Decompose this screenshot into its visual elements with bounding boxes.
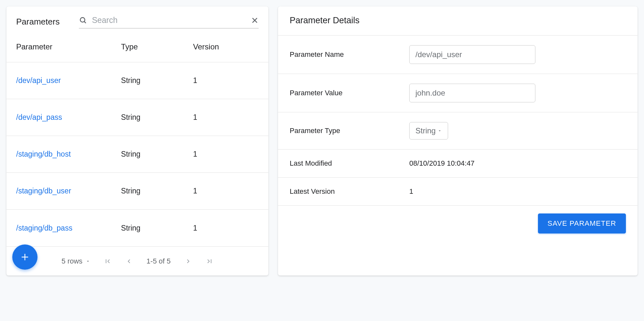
param-value-input[interactable] [409, 84, 535, 102]
parameter-details-card: Parameter Details Parameter Name Paramet… [278, 6, 638, 275]
param-version-cell: 1 [193, 150, 259, 159]
col-parameter: Parameter [16, 42, 121, 51]
details-title: Parameter Details [278, 6, 638, 36]
table-row[interactable]: /staging/db_passString1 [6, 210, 268, 246]
param-version-cell: 1 [193, 113, 259, 122]
param-link[interactable]: /staging/db_user [16, 187, 121, 195]
param-value-label: Parameter Value [290, 89, 409, 97]
svg-point-0 [80, 17, 85, 22]
table-row[interactable]: /dev/api_passString1 [6, 99, 268, 136]
search-input[interactable] [92, 16, 246, 25]
rows-label: 5 rows [61, 257, 82, 265]
col-type: Type [121, 42, 193, 51]
latest-version-value: 1 [409, 187, 626, 196]
caret-down-icon [437, 129, 442, 133]
param-type-label: Parameter Type [290, 127, 409, 135]
last-modified-label: Last Modified [290, 159, 409, 168]
param-version-cell: 1 [193, 187, 259, 195]
param-type-cell: String [121, 187, 193, 195]
dropdown-icon [86, 259, 90, 264]
param-link[interactable]: /staging/db_host [16, 150, 121, 159]
parameters-table: Parameter Type Version /dev/api_userStri… [6, 32, 268, 246]
rows-per-page-select[interactable]: 5 rows [61, 257, 90, 265]
search-icon [79, 16, 87, 25]
last-modified-value: 08/10/2019 10:04:47 [409, 159, 626, 168]
param-type-cell: String [121, 150, 193, 159]
table-row[interactable]: /staging/db_hostString1 [6, 136, 268, 173]
param-version-cell: 1 [193, 224, 259, 233]
param-link[interactable]: /staging/db_pass [16, 224, 121, 233]
param-type-select[interactable]: String [409, 122, 448, 140]
parameters-list-card: Parameters Parameter Type Version /dev/a… [6, 6, 268, 275]
pager: 5 rows 1-5 of 5 [6, 246, 268, 275]
param-type-cell: String [121, 113, 193, 122]
svg-line-1 [84, 21, 86, 23]
prev-page-icon[interactable] [125, 257, 133, 265]
search-field[interactable] [79, 13, 259, 28]
close-icon[interactable] [251, 16, 259, 24]
param-type-value: String [415, 126, 436, 135]
parameters-title: Parameters [16, 13, 59, 27]
next-page-icon[interactable] [184, 257, 192, 265]
param-version-cell: 1 [193, 76, 259, 85]
param-name-label: Parameter Name [290, 50, 409, 59]
plus-icon [20, 252, 30, 262]
param-link[interactable]: /dev/api_pass [16, 113, 121, 122]
col-version: Version [193, 42, 259, 51]
param-name-input[interactable] [409, 45, 535, 64]
table-row[interactable]: /dev/api_userString1 [6, 62, 268, 99]
param-type-cell: String [121, 76, 193, 85]
latest-version-label: Latest Version [290, 187, 409, 196]
page-range: 1-5 of 5 [146, 257, 171, 265]
add-parameter-fab[interactable] [12, 244, 38, 270]
last-page-icon[interactable] [206, 257, 213, 265]
table-row[interactable]: /staging/db_userString1 [6, 173, 268, 210]
param-link[interactable]: /dev/api_user [16, 76, 121, 85]
save-parameter-button[interactable]: SAVE PARAMETER [538, 213, 626, 233]
param-type-cell: String [121, 224, 193, 233]
table-header: Parameter Type Version [6, 32, 268, 62]
first-page-icon[interactable] [104, 257, 112, 265]
